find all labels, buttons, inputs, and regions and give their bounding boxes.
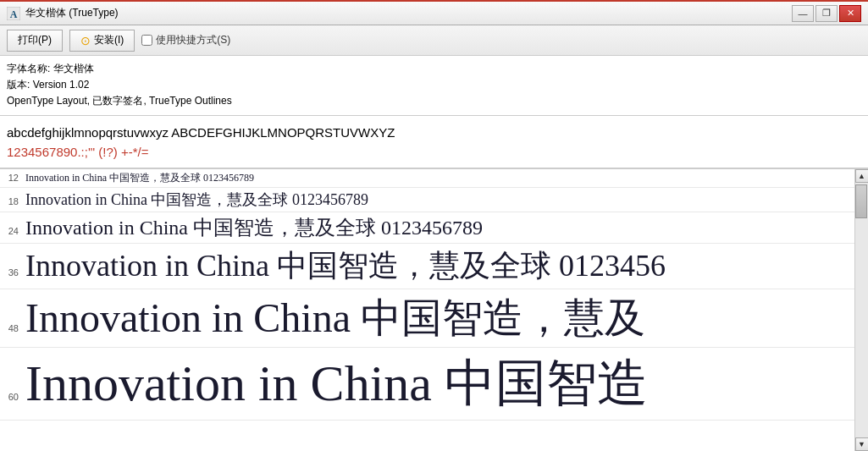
title-bar: A 华文楷体 (TrueType) — ❐ ✕ (0, 0, 868, 25)
scrollbar[interactable]: ▲ ▼ (854, 169, 868, 451)
title-bar-left: A 华文楷体 (TrueType) (7, 6, 119, 20)
preview-text: Innovation in China 中国智造，慧及全球 0123456789 (25, 171, 254, 185)
install-icon: ⊙ (80, 34, 91, 47)
shortcut-checkbox[interactable] (141, 35, 152, 46)
size-label: 60 (0, 393, 25, 402)
shortcut-checkbox-label[interactable]: 使用快捷方式(S) (141, 33, 230, 47)
size-label: 12 (0, 173, 25, 183)
font-type: OpenType Layout, 已数字签名, TrueType Outline… (7, 93, 861, 109)
window-title: 华文楷体 (TrueType) (25, 6, 119, 20)
size-label: 24 (0, 227, 25, 236)
scroll-track[interactable] (855, 183, 868, 437)
size-label: 36 (0, 268, 25, 278)
table-row: 24Innovation in China 中国智造，慧及全球 01234567… (0, 212, 868, 244)
shortcut-label: 使用快捷方式(S) (156, 33, 230, 47)
numbers-line: 1234567890.:;'" (!?) +-*/= (7, 143, 861, 161)
info-section: 字体名称: 华文楷体 版本: Version 1.02 OpenType Lay… (0, 56, 868, 116)
table-row: 18Innovation in China 中国智造，慧及全球 01234567… (0, 188, 868, 212)
font-version: 版本: Version 1.02 (7, 77, 861, 93)
table-row: 12Innovation in China 中国智造，慧及全球 01234567… (0, 169, 868, 188)
install-button[interactable]: ⊙ 安装(I) (69, 30, 135, 52)
main-content: 字体名称: 华文楷体 版本: Version 1.02 OpenType Lay… (0, 56, 868, 451)
preview-text: Innovation in China 中国智造，慧及全球 0123456789 (25, 190, 368, 210)
size-label: 18 (0, 197, 25, 206)
print-button[interactable]: 打印(P) (7, 30, 63, 52)
window-controls: — ❐ ✕ (792, 5, 861, 22)
preview-text: Innovation in China 中国智造，慧及 (25, 291, 645, 345)
font-icon: A (7, 7, 20, 20)
table-row: 60Innovation in China 中国智造 (0, 348, 868, 421)
scroll-down-button[interactable]: ▼ (855, 437, 869, 451)
alphabet-section: abcdefghijklmnopqrstuvwxyz ABCDEFGHIJKLM… (0, 116, 868, 168)
preview-rows-container: 12Innovation in China 中国智造，慧及全球 01234567… (0, 169, 868, 421)
restore-button[interactable]: ❐ (815, 5, 838, 22)
toolbar: 打印(P) ⊙ 安装(I) 使用快捷方式(S) (0, 25, 868, 56)
scroll-up-button[interactable]: ▲ (855, 169, 869, 183)
table-row: 36Innovation in China 中国智造，慧及全球 0123456 (0, 244, 868, 289)
svg-text:A: A (10, 8, 18, 20)
preview-section: 12Innovation in China 中国智造，慧及全球 01234567… (0, 169, 868, 451)
preview-text: Innovation in China 中国智造，慧及全球 0123456789 (25, 214, 483, 241)
install-label: 安装(I) (94, 33, 124, 47)
table-row: 48Innovation in China 中国智造，慧及 (0, 289, 868, 348)
preview-text: Innovation in China 中国智造 (25, 349, 648, 418)
scroll-thumb[interactable] (855, 184, 867, 218)
alphabet-line: abcdefghijklmnopqrstuvwxyz ABCDEFGHIJKLM… (7, 123, 861, 143)
font-name: 字体名称: 华文楷体 (7, 61, 861, 77)
minimize-button[interactable]: — (792, 5, 814, 22)
preview-text: Innovation in China 中国智造，慧及全球 0123456 (25, 245, 666, 287)
close-button[interactable]: ✕ (839, 5, 861, 22)
size-label: 48 (0, 324, 25, 333)
